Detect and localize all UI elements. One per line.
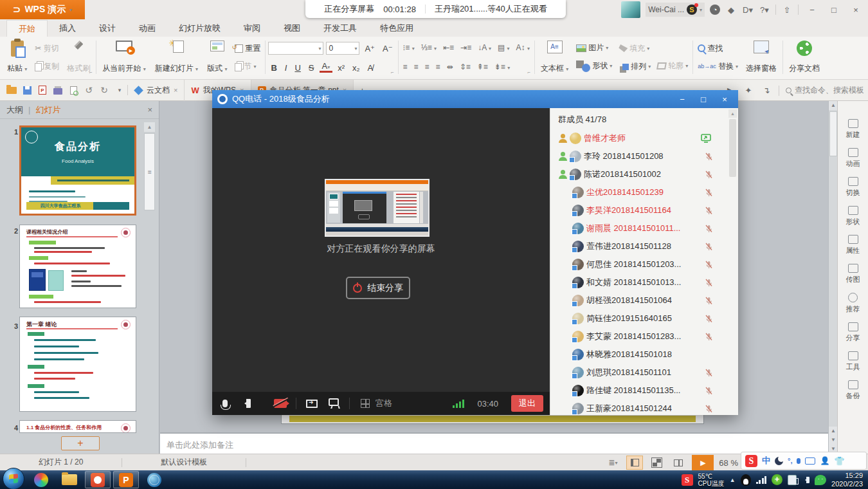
find-button[interactable]: 查找 [696, 42, 740, 55]
maximize-button[interactable]: □ [826, 3, 842, 16]
exit-call-button[interactable]: 退出 [511, 395, 543, 412]
zoom-level[interactable]: 68 % [719, 458, 738, 468]
notes-pane[interactable]: 单击此处添加备注 [160, 432, 828, 454]
textbox-button[interactable]: A≡ 文本框 ▾ [538, 39, 572, 75]
side-tool-10[interactable]: 备份 [846, 380, 860, 401]
justify-button[interactable]: ≡ [434, 62, 442, 71]
command-search-input[interactable]: 查找命令、搜索模板 [786, 85, 864, 96]
slide-thumbnail-4[interactable]: 1.1 食品分析的性质、任务和作用 [19, 420, 136, 433]
fullhalf-moon-icon[interactable] [775, 457, 783, 465]
side-tool-1[interactable]: 新建 [846, 119, 860, 140]
numbering-button[interactable]: ⅓≡ ▾ [419, 43, 439, 52]
design-template[interactable]: 默认设计模板 [161, 457, 207, 468]
qq-close-button[interactable]: × [716, 95, 733, 104]
qq-titlebar[interactable]: QQ电话 - 2018级食品分析 − □ × [212, 90, 738, 108]
add-slide-button[interactable]: + [61, 436, 100, 450]
ribbon-tab-6[interactable]: 审阅 [232, 20, 272, 37]
scrollbar-thumb[interactable]: ≣ [144, 133, 155, 210]
distribute-button[interactable]: ⇹ [445, 62, 455, 71]
wps-logo[interactable]: ⊃ WPS 演示 ▾ [0, 0, 85, 19]
ribbon-tab-9[interactable]: 特色应用 [368, 20, 425, 37]
member-row[interactable]: 萱伟进2018141501128 [550, 237, 738, 255]
camera-off-icon[interactable] [274, 397, 287, 410]
font-family-select[interactable]: ▾ [268, 42, 323, 55]
slide-sorter-button[interactable] [648, 456, 665, 470]
share-doc-button[interactable]: 分享文档 [786, 39, 823, 75]
ribbon-tab-3[interactable]: 设计 [87, 20, 127, 37]
italic-button[interactable]: I [282, 63, 290, 73]
scrollbar-thumb[interactable] [729, 119, 736, 177]
slide-thumbnail-2[interactable]: 课程相关情况介绍 [19, 225, 136, 308]
member-row[interactable]: 和文婧 2018141501013... [550, 273, 738, 291]
member-muted-mic-icon[interactable] [704, 278, 714, 290]
member-muted-mic-icon[interactable] [704, 242, 714, 254]
taskbar-clock[interactable]: 15:292020/2/23 [831, 472, 863, 488]
taskbar-explorer-button[interactable] [57, 471, 82, 488]
slideshow-button[interactable]: ▶ [692, 455, 714, 470]
start-button[interactable] [3, 468, 24, 489]
member-sharing-icon[interactable] [701, 134, 711, 145]
play-from-current-button[interactable]: 从当前开始 ▾ [99, 39, 149, 75]
qq-minimize-button[interactable]: − [674, 95, 691, 104]
member-row[interactable]: 李艾蒙 2018141501283... [550, 328, 738, 346]
para-after-button[interactable]: ⇟≡ ▾ [493, 62, 512, 71]
network-signal-icon[interactable] [756, 476, 767, 484]
ribbon-tab-7[interactable]: 视图 [272, 20, 312, 37]
side-tool-9[interactable]: 工具 [846, 351, 860, 372]
picture-button[interactable]: 图片 ▾ [574, 42, 614, 54]
member-muted-mic-icon[interactable] [704, 296, 714, 308]
user-avatar[interactable] [621, 1, 640, 18]
premium-diamond-icon[interactable]: ◆ [725, 4, 737, 15]
tab-slides[interactable]: 幻灯片 [35, 104, 60, 116]
decrease-indent-button[interactable]: ⇤≡ [441, 43, 456, 52]
editor-scrollbar[interactable]: ▲ ▲ ▼ ▼ [828, 101, 837, 454]
copy-button[interactable]: 复制 [33, 60, 61, 73]
member-row[interactable]: 刘思琪2018141501101 [550, 364, 738, 382]
side-tool-4[interactable]: 形状 [846, 206, 860, 226]
ribbon-tab-1[interactable]: 开始 [6, 20, 48, 37]
sogou-ime-bar[interactable]: S 中 °, 👤 👕 [741, 452, 867, 470]
decrease-font-button[interactable]: A⁻ [380, 44, 395, 53]
redo-button[interactable]: ↻ [96, 82, 112, 98]
help-icon[interactable]: ?▾ [759, 4, 770, 15]
ime-skin-icon[interactable]: 👕 [834, 456, 844, 466]
member-row[interactable]: 李玲 2018141501208 [550, 147, 738, 165]
sogou-icon[interactable]: S [745, 455, 757, 467]
export-pdf-button[interactable]: P [35, 82, 50, 98]
antivirus-tray-icon[interactable] [772, 474, 782, 485]
dialog-launcher-icon[interactable]: ⌐ [527, 69, 530, 75]
member-row[interactable]: 胡柽强2018141501064 [550, 291, 738, 309]
notes-menu-icon[interactable]: ≣▾ [604, 456, 621, 470]
member-muted-mic-icon[interactable] [704, 206, 714, 217]
align-center-button[interactable]: ≡ [412, 62, 420, 71]
side-tool-3[interactable]: 切换 [846, 177, 860, 198]
underline-button[interactable]: U [292, 63, 303, 73]
whiteboard-icon[interactable] [327, 397, 340, 410]
slide-thumbnail-1[interactable]: 食品分析 Food Analysis 四川大学食品工程系 [19, 125, 136, 216]
minimize-button[interactable]: − [804, 3, 820, 16]
assistant-icon[interactable]: ✦ [743, 85, 754, 97]
arrange-button[interactable]: 排列 ▾ [617, 60, 653, 73]
side-tool-7[interactable]: 推荐 [846, 293, 860, 314]
punctuation-icon[interactable]: °, [788, 457, 792, 465]
close-tab-icon[interactable]: × [174, 86, 177, 94]
share-screen-icon[interactable] [305, 397, 318, 410]
char-spacing-button[interactable]: A↕ ▾ [514, 43, 532, 52]
taskbar-qq-browser-button[interactable] [85, 471, 111, 488]
taskbar-wps-button[interactable]: P [113, 471, 139, 488]
theme-icon[interactable]: ◔ [710, 5, 720, 15]
dialog-launcher-icon[interactable]: ⌐ [89, 69, 93, 75]
qq-tray-icon[interactable] [741, 474, 751, 486]
side-tool-2[interactable]: 动画 [846, 148, 860, 169]
fill-button[interactable]: 填充 ▾ [617, 42, 653, 55]
panel-scrollbar[interactable]: ▲ ≣ [144, 122, 155, 450]
taskbar-browser-button[interactable] [28, 471, 54, 488]
text-frame-button[interactable]: ▤ ▾ [496, 43, 512, 52]
member-row[interactable]: 王新豪2018141501244 [550, 400, 738, 418]
member-muted-mic-icon[interactable] [704, 260, 714, 272]
side-tool-6[interactable]: 传图 [846, 264, 860, 284]
subscript-button[interactable]: x₂ [350, 63, 363, 73]
member-muted-mic-icon[interactable] [704, 332, 714, 344]
next-slide-icon[interactable]: ▼ [829, 436, 838, 445]
ime-language-toggle[interactable]: 中 [762, 455, 770, 466]
